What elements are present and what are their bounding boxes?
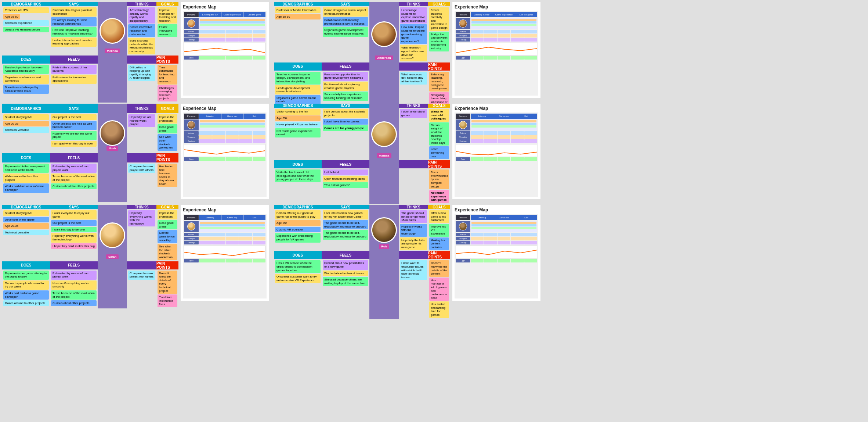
persona-card-sarah: DEMOGRAPHICS SAYS THINKS GOALS Student s… (2, 205, 178, 304)
exp-map-noah: Experience Map Persona Entering Game exp… (181, 104, 269, 199)
persona-card-rob: DEMOGRAPHICS SAYS THINKS GOALS Person of… (274, 205, 450, 304)
demo-age: Age 35-60 (3, 14, 20, 20)
persona-card-noah: DEMOGRAPHICS SAYS THINKS GOALS Student s… (2, 104, 178, 202)
exp-map-martina: Experience Map Persona Entering Game exp… (452, 104, 540, 199)
header-does: DOES (2, 56, 50, 64)
exp-map-sarah: Experience Map Persona Entering Game exp… (181, 205, 269, 301)
persona-card-martina: DEMOGRAPHICS SAYS THINKS GOALS Visitor c… (274, 104, 450, 202)
goals-col-melinda: Improve methods for teaching and researc… (156, 6, 178, 56)
pain-col-melinda: Time constraints for teaching and resear… (156, 64, 178, 103)
exp-map-anderson: Experience Map Persona Entering the fair… (452, 2, 540, 98)
demo-role: Professor at HTW (3, 7, 49, 13)
persona-card-anderson: DEMOGRAPHICS SAYS THINKS GOALS Professor… (274, 2, 450, 101)
header-goals: GOALS (156, 2, 178, 6)
demo-tech: Technical experience (3, 20, 49, 26)
header-feels: FEELS (50, 56, 98, 64)
thinks-col-melinda: AR technology already works rapidly and … (127, 6, 156, 56)
persona-card-melinda: DEMOGRAPHICS SAYS THINKS GOALS Professor… (2, 2, 178, 101)
does-col-melinda: Sandwich professor between Academia and … (2, 64, 50, 103)
exp-map-melinda: Experience Map Persona Entering the fair… (181, 2, 269, 98)
header-demographics: DEMOGRAPHICS (2, 2, 50, 6)
header-pain: PAIN POINTS (156, 56, 178, 64)
demo-xr: Used a VR Headset before (3, 27, 49, 33)
header-thinks: THINKS (127, 2, 156, 6)
exp-map-rob: Experience Map Persona Entering Game exp… (452, 205, 540, 301)
feels-col-melinda: Pride in the success of her students Ent… (50, 64, 98, 103)
demo-col-melinda: Professor at HTW Age 35-60 Technical exp… (2, 6, 50, 56)
header-says: SAYS (50, 2, 98, 6)
says-col-melinda: Students should gain practical experienc… (50, 6, 98, 56)
avatar-melinda: Melinda (98, 6, 127, 56)
